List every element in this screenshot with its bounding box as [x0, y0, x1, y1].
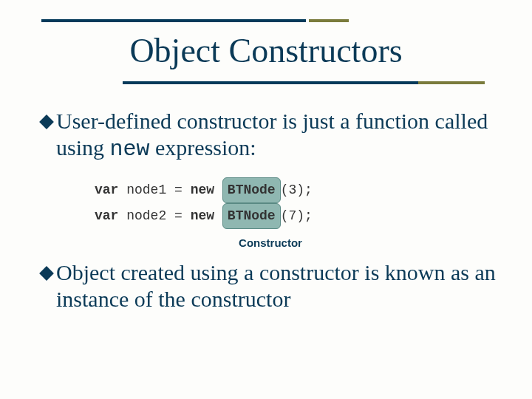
code-line-2: var node2 = new BTNode(7); [95, 203, 499, 229]
lhs-1: node1 [126, 180, 166, 201]
constructor-label: Constructor [41, 236, 499, 249]
slide-body: User-defined constructor is just a funct… [41, 108, 499, 327]
kw-var: var [95, 180, 118, 201]
slide-title: Object Constructors [0, 31, 532, 70]
rule-top-accent [309, 19, 349, 22]
rule-top [41, 19, 306, 22]
bullet-2-text: Object created using a constructor is kn… [56, 259, 499, 313]
bullet-1: User-defined constructor is just a funct… [41, 108, 499, 163]
arg-1: 3 [288, 180, 296, 201]
code-line-1: var node1 = new BTNode(3); [95, 177, 499, 203]
lhs-2: node2 [126, 205, 166, 227]
slide: Object Constructors User-defined constru… [0, 0, 532, 399]
ctor-highlight: BTNode [222, 203, 281, 229]
diamond-bullet-icon [39, 266, 54, 281]
bullet-1-mono: new [110, 137, 150, 162]
rule-mid-accent [418, 81, 485, 84]
kw-var: var [95, 205, 118, 227]
ctor-highlight: BTNode [222, 177, 281, 203]
arg-2: 7 [288, 205, 296, 227]
code-block: var node1 = new BTNode(3); var node2 = n… [95, 177, 499, 229]
bullet-2-pre: Object created using a constructor is kn… [56, 260, 496, 311]
bullet-2: Object created using a constructor is kn… [41, 259, 499, 313]
kw-new: new [191, 180, 214, 201]
diamond-bullet-icon [39, 115, 54, 129]
bullet-1-post: expression: [150, 135, 256, 160]
kw-new: new [191, 205, 214, 227]
bullet-1-text: User-defined constructor is just a funct… [56, 108, 499, 163]
